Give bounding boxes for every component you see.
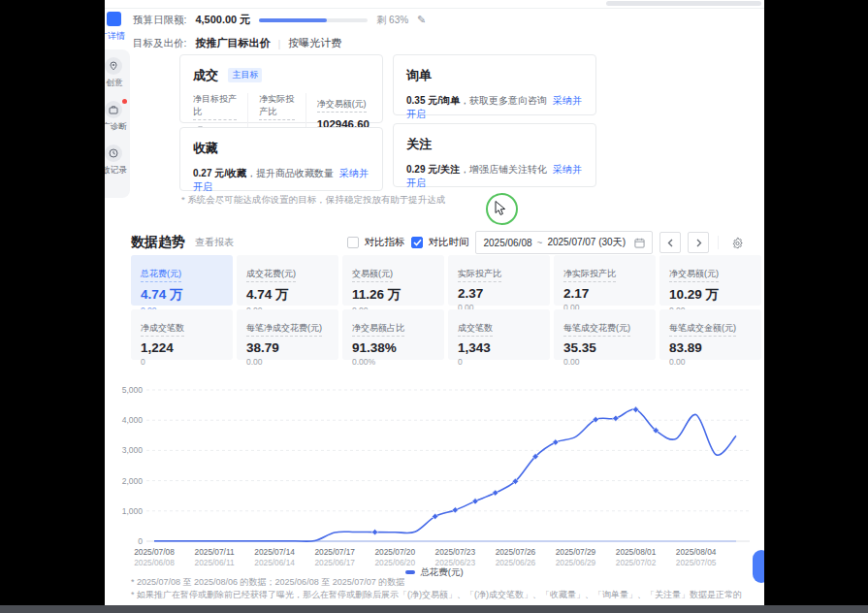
svg-text:0: 0	[138, 536, 143, 546]
trend-title: 数据趋势	[131, 234, 185, 251]
date-end: 2025/07/07 (30天)	[547, 236, 626, 249]
date-start: 2025/06/08	[483, 238, 531, 248]
metric-card[interactable]: 每笔成交花费(元)35.350.00	[554, 309, 656, 360]
metric-cards-grid: 总花费(元)4.74 万0.00成交花费(元)4.74 万0.00交易额(元)1…	[131, 255, 761, 360]
svg-text:1,000: 1,000	[122, 506, 144, 516]
goal-card-inquiry[interactable]: 询单 0.35 元/询单，获取更多意向咨询采纳并开启	[393, 54, 596, 115]
clock-icon	[105, 145, 122, 162]
sidebar-panel: 创意广诊断放记录	[105, 49, 130, 198]
metric-value: 4.74 万	[141, 286, 223, 304]
sidebar-item-label: 放记录	[105, 165, 127, 177]
metric-card[interactable]: 成交花费(元)4.74 万0.00	[237, 255, 338, 306]
mouse-cursor-icon	[495, 201, 507, 216]
metric-label: 每笔成交花费(元)	[563, 322, 630, 337]
metric-card[interactable]: 每笔净成交花费(元)38.790.00	[237, 309, 338, 360]
metric-value: 91.38%	[352, 340, 434, 355]
svg-text:2025/08/01: 2025/08/01	[616, 547, 657, 557]
goal-card-deal[interactable]: 成交 主目标 净目标投产比i 2.45 ✎ 净实际投产比 2.17 净交易额(元…	[179, 54, 383, 123]
svg-text:2025/07/29: 2025/07/29	[556, 547, 596, 557]
tab-exposure-billing[interactable]: 按曝光计费	[288, 36, 341, 50]
metric-value: 4.74 万	[246, 286, 329, 304]
budget-row: 预算日限额: 4,500.00 元 剩 63% ✎	[133, 13, 426, 27]
svg-text:2025/07/08: 2025/07/08	[134, 547, 175, 557]
metric-card[interactable]: 净交易额(元)10.29 万0.00	[659, 255, 761, 306]
prev-period-button[interactable]	[659, 232, 681, 253]
metric-label: 成交花费(元)	[246, 268, 296, 282]
compare-metric-label: 对比指标	[364, 236, 404, 249]
svg-text:2025/07/11: 2025/07/11	[195, 547, 235, 557]
svg-text:2,000: 2,000	[122, 476, 144, 486]
compare-metric-checkbox[interactable]	[347, 237, 359, 248]
date-range-picker[interactable]: 2025/06/08 ~ 2025/07/07 (30天)	[475, 231, 653, 254]
edit-budget-icon[interactable]: ✎	[417, 15, 426, 25]
metric-card[interactable]: 每笔成交金额(元)83.890.00	[659, 309, 761, 360]
chart-settings-button[interactable]	[727, 233, 747, 252]
goal-inquiry-title: 询单	[406, 67, 432, 84]
gear-icon	[731, 237, 744, 249]
goal-follow-title: 关注	[406, 136, 432, 153]
budget-remaining: 剩 63%	[376, 14, 408, 27]
trend-chart[interactable]: 01,0002,0003,0004,0005,0002025/07/082025…	[121, 378, 761, 568]
metric-card[interactable]: 成交笔数1,3430	[448, 309, 550, 360]
view-report-link[interactable]: 查看报表	[195, 236, 234, 249]
letterbox-left	[0, 0, 105, 605]
mini-sidebar: 广详情 创意广诊断放记录	[105, 12, 130, 235]
goal-note: * 系统会尽可能达成你设置的目标，保持稳定投放有助于提升达成	[181, 194, 445, 207]
svg-text:5,000: 5,000	[122, 385, 144, 395]
header-divider	[105, 8, 764, 9]
compare-time-label: 对比时间	[428, 236, 468, 249]
metric-card[interactable]: 净实际投产比2.170.00	[554, 255, 656, 306]
metric-label: 每笔成交金额(元)	[669, 322, 736, 337]
sidebar-item[interactable]: 广诊断	[105, 101, 130, 133]
chart-footnotes: * 2025/07/08 至 2025/08/06 的数据；2025/06/08…	[131, 576, 742, 600]
metric-label: 净成交笔数	[141, 322, 184, 337]
horizontal-scrollbar[interactable]	[606, 1, 761, 6]
tab-goal-bidding[interactable]: 按推广目标出价	[195, 36, 270, 50]
metric-card[interactable]: 交易额(元)11.26 万0.00	[342, 255, 444, 306]
metric-label: 交易额(元)	[352, 268, 393, 282]
sidebar-item[interactable]: 放记录	[105, 145, 130, 177]
metric-card[interactable]: 净成交笔数1,2240	[131, 309, 233, 360]
goal-favorite-title: 收藏	[193, 140, 218, 157]
metric-compare-value: 0.00	[563, 357, 646, 367]
check-icon	[413, 239, 422, 246]
next-period-button[interactable]	[688, 232, 709, 253]
chevron-right-icon	[695, 239, 702, 247]
goal-follow-price: 0.29 元/关注	[406, 164, 460, 175]
metric-label: 实际投产比	[458, 268, 501, 282]
metric-label: 成交笔数	[458, 322, 493, 337]
metric-value: 1,224	[141, 340, 223, 355]
window-bottom-strip	[0, 605, 868, 613]
metric-value: 2.37	[458, 286, 540, 301]
budget-slider[interactable]	[259, 18, 368, 22]
goal-deal-title: 成交	[193, 67, 218, 84]
sidebar-item-detail-label[interactable]: 广详情	[105, 30, 130, 43]
goal-card-favorite[interactable]: 收藏 0.27 元/收藏，提升商品收藏数量采纳并开启	[179, 127, 383, 191]
svg-text:2025/07/23: 2025/07/23	[435, 547, 476, 557]
metric-value: 2.17	[563, 286, 646, 301]
svg-text:2025/08/04: 2025/08/04	[676, 547, 717, 557]
goal-card-follow[interactable]: 关注 0.29 元/关注，增强店铺关注转化采纳并开启	[393, 123, 596, 187]
metric-value: 10.29 万	[669, 286, 752, 304]
metric-label: 净实际投产比	[563, 268, 616, 282]
letterbox-right	[764, 0, 868, 605]
sidebar-item-label: 广诊断	[105, 121, 127, 133]
svg-text:3,000: 3,000	[122, 445, 144, 455]
metric-value: 11.26 万	[352, 286, 434, 304]
metric-card[interactable]: 净交易额占比91.38%0.00%	[342, 309, 444, 360]
metric-value: 83.89	[669, 340, 752, 355]
goal-favorite-desc: ，提升商品收藏数量	[246, 168, 334, 178]
controls-divider	[718, 236, 719, 249]
compare-time-checkbox[interactable]	[411, 237, 423, 248]
metric-card[interactable]: 总花费(元)4.74 万0.00	[131, 255, 233, 306]
goal-follow-desc: ，增强店铺关注转化	[460, 164, 547, 175]
metric-card[interactable]: 实际投产比2.370.00	[448, 255, 550, 306]
metric-label: 净交易额(元)	[669, 268, 719, 282]
pin-icon	[105, 57, 122, 75]
metric-compare-value: 0	[458, 357, 540, 367]
metric-value: 35.35	[563, 340, 646, 355]
sidebar-item[interactable]: 创意	[105, 57, 130, 89]
date-separator: ~	[537, 238, 543, 248]
sidebar-item-label: 创意	[107, 78, 123, 89]
sidebar-item-detail-icon[interactable]	[107, 12, 121, 26]
